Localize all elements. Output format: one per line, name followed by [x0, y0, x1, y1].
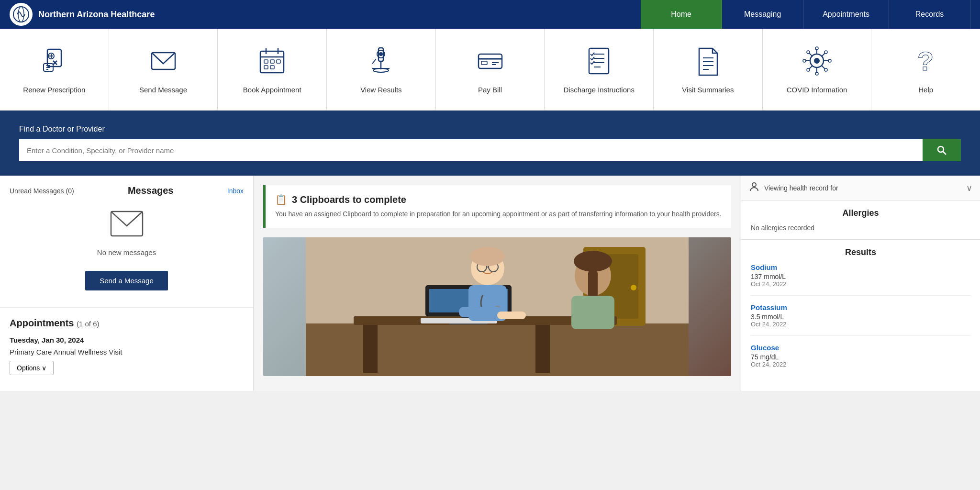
svg-text:?: ? [917, 46, 934, 76]
svg-line-55 [822, 53, 825, 56]
appointments-count: (1 of 6) [77, 320, 100, 328]
result-value: 3.5 mmol/L [751, 313, 970, 321]
search-label: Find a Doctor or Provider [19, 125, 961, 134]
send-message-button[interactable]: Send a Message [85, 271, 168, 290]
no-allergies-text: No allergies recorded [751, 224, 970, 232]
clipboard-title: 📋 3 Clipboards to complete [275, 194, 722, 205]
svg-point-44 [814, 58, 819, 63]
tile-send-message[interactable]: Send Message [109, 29, 218, 110]
checklist-icon [583, 45, 614, 81]
svg-rect-87 [588, 271, 598, 300]
tile-label: Send Message [139, 86, 187, 94]
svg-rect-90 [497, 312, 526, 319]
messages-header: Unread Messages (0) Messages Inbox [10, 185, 244, 196]
result-item-potassium: Potassium 3.5 mmol/L Oct 24, 2022 [751, 303, 970, 336]
svg-rect-31 [481, 61, 487, 65]
microscope-icon [366, 45, 397, 81]
svg-line-57 [809, 66, 813, 69]
main-content: Unread Messages (0) Messages Inbox No ne… [0, 176, 980, 391]
result-value: 137 mmol/L [751, 273, 970, 280]
unread-messages-label: Unread Messages (0) [10, 187, 74, 195]
tile-book-appointment[interactable]: Book Appointment [218, 29, 327, 110]
svg-point-54 [807, 51, 810, 54]
clipboard-title-text: 3 Clipboards to complete [292, 194, 406, 205]
tile-covid-information[interactable]: COVID Information [763, 29, 872, 110]
svg-point-91 [752, 183, 756, 187]
tile-label: Pay Bill [478, 86, 502, 94]
options-button[interactable]: Options ∨ [10, 361, 54, 375]
svg-line-59 [822, 66, 825, 69]
tile-label: Visit Summaries [682, 86, 734, 94]
logo-icon [10, 3, 33, 26]
logo-area: Northern Arizona Healthcare [10, 3, 155, 26]
svg-point-86 [574, 251, 612, 272]
tile-label: Renew Prescription [23, 86, 85, 94]
svg-rect-89 [459, 307, 502, 317]
svg-line-63 [943, 152, 947, 155]
center-panel: 📋 3 Clipboards to complete You have an a… [254, 176, 741, 391]
tile-help[interactable]: ? Help [871, 29, 980, 110]
svg-rect-17 [264, 60, 268, 63]
nav-home[interactable]: Home [641, 0, 722, 29]
appointments-title: Appointments [10, 318, 74, 328]
svg-line-27 [372, 59, 376, 64]
doctor-image [263, 237, 731, 376]
tile-label: View Results [360, 86, 401, 94]
dropdown-chevron[interactable]: ∨ [966, 183, 972, 193]
tile-label: Discharge Instructions [563, 86, 634, 94]
svg-rect-72 [535, 325, 550, 373]
calendar-icon [256, 45, 288, 81]
svg-rect-19 [277, 60, 280, 63]
header: Northern Arizona Healthcare Home Messagi… [0, 0, 980, 29]
card-icon [475, 45, 506, 81]
messages-title: Messages [74, 185, 227, 196]
tile-visit-summaries[interactable]: Visit Summaries [654, 29, 763, 110]
search-section: Find a Doctor or Provider [0, 111, 980, 176]
svg-point-62 [938, 146, 944, 152]
quick-access-tiles: Renew Prescription Send Message Book App… [0, 29, 980, 111]
tile-renew-prescription[interactable]: Renew Prescription [0, 29, 109, 110]
appointments-section: Appointments (1 of 6) Tuesday, Jan 30, 2… [0, 308, 253, 385]
result-name[interactable]: Sodium [751, 263, 970, 271]
result-date: Oct 24, 2022 [751, 361, 970, 368]
result-name[interactable]: Glucose [751, 344, 970, 352]
nav-messaging[interactable]: Messaging [722, 0, 803, 29]
left-panel: Unread Messages (0) Messages Inbox No ne… [0, 176, 254, 391]
tile-discharge-instructions[interactable]: Discharge Instructions [545, 29, 654, 110]
prescription-icon [39, 45, 70, 81]
result-item-sodium: Sodium 137 mmol/L Oct 24, 2022 [751, 263, 970, 296]
result-name[interactable]: Potassium [751, 303, 970, 312]
allergies-title: Allergies [751, 208, 970, 218]
envelope-icon [148, 45, 179, 81]
tile-label: Help [918, 86, 933, 94]
svg-point-28 [379, 53, 382, 56]
svg-rect-21 [270, 66, 274, 69]
health-record-header: Viewing health record for ∨ [741, 176, 980, 200]
tile-pay-bill[interactable]: Pay Bill [436, 29, 545, 110]
allergies-section: Allergies No allergies recorded [741, 200, 980, 240]
mail-icon [110, 211, 144, 244]
appointments-header: Appointments (1 of 6) [10, 318, 244, 329]
nav-appointments[interactable]: Appointments [803, 0, 889, 29]
search-button[interactable] [923, 139, 961, 161]
svg-point-56 [824, 51, 827, 54]
main-nav: Home Messaging Appointments Records [641, 0, 970, 29]
svg-point-69 [631, 285, 636, 290]
svg-point-60 [824, 68, 827, 71]
health-record-label: Viewing health record for [764, 184, 966, 192]
no-messages-text: No new messages [97, 248, 156, 256]
nav-records[interactable]: Records [889, 0, 970, 29]
document-icon [692, 45, 724, 81]
result-date: Oct 24, 2022 [751, 321, 970, 328]
svg-rect-88 [571, 296, 614, 329]
search-input[interactable] [19, 139, 923, 161]
results-section: Results Sodium 137 mmol/L Oct 24, 2022 P… [741, 240, 980, 391]
inbox-link[interactable]: Inbox [227, 187, 244, 195]
clipboard-banner: 📋 3 Clipboards to complete You have an a… [263, 185, 731, 228]
svg-rect-34 [589, 48, 609, 74]
tile-view-results[interactable]: View Results [327, 29, 436, 110]
clipboard-description: You have an assigned Clipboard to comple… [275, 209, 722, 219]
svg-point-83 [470, 247, 505, 266]
person-icon [749, 181, 759, 194]
svg-line-53 [809, 53, 813, 56]
